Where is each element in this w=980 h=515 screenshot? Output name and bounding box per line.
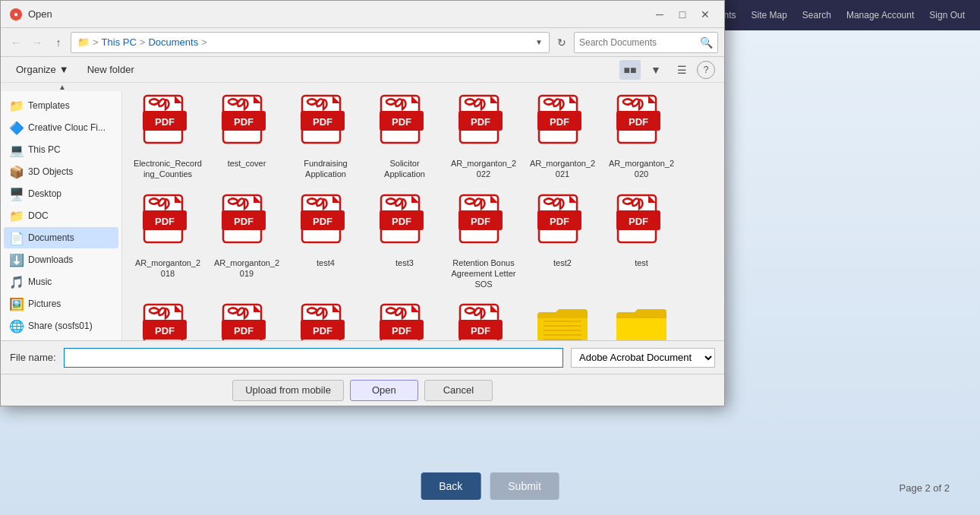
toolbar: Organize ▼ New folder ■■ ▼ ☰ ? bbox=[1, 57, 724, 83]
file-item-ar-2020[interactable]: PDF AR_morganton_2020 bbox=[603, 89, 679, 185]
file-item-folder-2[interactable] bbox=[603, 298, 679, 340]
search-box: 🔍 bbox=[574, 32, 718, 53]
up-nav-button[interactable]: ↑ bbox=[49, 33, 68, 52]
close-button[interactable]: ✕ bbox=[695, 6, 715, 23]
nav-sitemap[interactable]: Site Map bbox=[752, 10, 787, 21]
file-item-ar-2022[interactable]: PDF AR_morganton_2022 bbox=[446, 89, 522, 185]
file-item-solicitor-app[interactable]: PDF Solicitor Application bbox=[367, 89, 443, 185]
sidebar-item-templates[interactable]: 📁Templates bbox=[4, 95, 118, 116]
file-item-test2[interactable]: PDF test2 bbox=[525, 188, 600, 295]
file-item-ar-2019[interactable]: PDF AR_morganton_2019 bbox=[209, 188, 285, 295]
file-icon-ar-2018: PDF bbox=[143, 194, 193, 254]
file-icon-file-r3-2: PDF bbox=[222, 303, 272, 340]
svg-text:PDF: PDF bbox=[550, 116, 569, 128]
search-input[interactable] bbox=[579, 37, 700, 48]
sidebar-item-pictures[interactable]: 🖼️Pictures bbox=[4, 293, 118, 314]
window-controls: ─ □ ✕ bbox=[650, 6, 715, 23]
sidebar-icon-templates: 📁 bbox=[10, 99, 24, 112]
sidebar-icon-this-pc: 💻 bbox=[10, 143, 24, 156]
page-action-buttons: Back Submit bbox=[421, 472, 559, 500]
maximize-button[interactable]: □ bbox=[673, 6, 692, 23]
file-item-file-r3-2[interactable]: PDF bbox=[209, 298, 285, 340]
file-item-file-r3-5[interactable]: PDF bbox=[446, 298, 522, 340]
file-item-folder-1[interactable] bbox=[525, 298, 600, 340]
organize-button[interactable]: Organize ▼ bbox=[10, 62, 75, 77]
file-item-retention-bonus[interactable]: PDF Retention Bonus Agreement Letter SOS bbox=[446, 188, 522, 295]
sidebar-item-downloads[interactable]: ⬇️Downloads bbox=[4, 249, 118, 270]
breadcrumb-documents[interactable]: Documents bbox=[148, 36, 198, 48]
view-details-btn[interactable]: ☰ bbox=[671, 60, 692, 80]
view-dropdown-btn[interactable]: ▼ bbox=[645, 60, 666, 80]
file-item-ar-2021[interactable]: PDF AR_morganton_2021 bbox=[525, 89, 600, 185]
nav-signout[interactable]: Sign Out bbox=[929, 10, 965, 21]
file-item-fundraising-app[interactable]: PDF Fundraising Application bbox=[288, 89, 364, 185]
file-name-input[interactable] bbox=[64, 348, 563, 368]
sidebar-item-creative-cloud[interactable]: 🔷Creative Clouc Fi... bbox=[4, 117, 118, 138]
sidebar-item-doc[interactable]: 📁DOC bbox=[4, 205, 118, 226]
sidebar-scroll-up-btn[interactable]: ▲ bbox=[1, 83, 124, 91]
svg-text:PDF: PDF bbox=[629, 116, 648, 128]
breadcrumb-dropdown-btn[interactable]: ▼ bbox=[535, 38, 543, 46]
sidebar-item-desktop[interactable]: 🖥️Desktop bbox=[4, 183, 118, 204]
main-content: ▲ 📁Templates🔷Creative Clouc Fi...💻This P… bbox=[1, 83, 724, 340]
action-bar: Upload from mobile Open Cancel bbox=[1, 374, 724, 406]
file-item-test[interactable]: PDF test bbox=[603, 188, 679, 295]
file-name-bar: File name: Adobe Acrobat Document All Fi… bbox=[1, 340, 724, 374]
sidebar-label-templates: Templates bbox=[28, 100, 70, 111]
file-item-test4[interactable]: PDF test4 bbox=[288, 188, 364, 295]
file-label-fundraising-app: Fundraising Application bbox=[291, 158, 360, 180]
open-button[interactable]: Open bbox=[350, 380, 418, 401]
sidebar-label-desktop: Desktop bbox=[28, 188, 61, 199]
file-label-test-cover: test_cover bbox=[228, 158, 266, 169]
file-label-test4: test4 bbox=[317, 258, 335, 268]
sidebar-icon-doc: 📁 bbox=[10, 209, 24, 223]
file-label-test: test bbox=[635, 258, 648, 268]
file-grid: PDF Electronic_Recording_Counties PDF te… bbox=[124, 83, 724, 340]
file-icon-test4: PDF bbox=[301, 194, 351, 254]
breadcrumb-this-pc[interactable]: This PC bbox=[102, 36, 137, 48]
svg-text:PDF: PDF bbox=[313, 216, 332, 227]
minimize-button[interactable]: ─ bbox=[650, 6, 670, 23]
file-item-file-r3-3[interactable]: PDF bbox=[288, 298, 364, 340]
sidebar-item-documents[interactable]: 📄Documents bbox=[4, 227, 118, 248]
view-large-icons-btn[interactable]: ■■ bbox=[619, 60, 641, 80]
organize-label: Organize bbox=[16, 64, 56, 75]
file-label-ar-2018: AR_morganton_2018 bbox=[134, 258, 202, 280]
sidebar-item-music[interactable]: 🎵Music bbox=[4, 271, 118, 292]
file-item-file-r3-4[interactable]: PDF bbox=[367, 298, 443, 340]
file-icon-folder-1 bbox=[536, 303, 589, 340]
file-item-test-cover[interactable]: PDF test_cover bbox=[209, 89, 285, 185]
file-item-test3[interactable]: PDF test3 bbox=[367, 188, 443, 295]
svg-text:PDF: PDF bbox=[392, 325, 411, 336]
submit-button[interactable]: Submit bbox=[490, 472, 559, 500]
file-item-ar-2018[interactable]: PDF AR_morganton_2018 bbox=[130, 188, 206, 295]
sidebar-icon-pictures: 🖼️ bbox=[10, 297, 24, 311]
file-icon-file-r3-1: PDF bbox=[143, 303, 193, 340]
forward-nav-button[interactable]: → bbox=[28, 33, 46, 52]
search-icon[interactable]: 🔍 bbox=[700, 36, 713, 49]
upload-mobile-button[interactable]: Upload from mobile bbox=[232, 380, 344, 401]
file-item-electronic-recording[interactable]: PDF Electronic_Recording_Counties bbox=[130, 89, 206, 185]
file-type-select[interactable]: Adobe Acrobat Document All Files bbox=[571, 348, 715, 368]
back-nav-button[interactable]: ← bbox=[7, 33, 25, 52]
title-bar: ● Open ─ □ ✕ bbox=[1, 1, 724, 28]
sidebar-item-share[interactable]: 🌐Share (sosfs01) bbox=[4, 315, 118, 336]
svg-text:PDF: PDF bbox=[313, 116, 332, 128]
dialog-title: Open bbox=[28, 8, 650, 20]
back-button[interactable]: Back bbox=[421, 472, 481, 500]
svg-text:PDF: PDF bbox=[629, 216, 648, 227]
file-icon-file-r3-5: PDF bbox=[458, 303, 509, 340]
dialog-icon: ● bbox=[10, 8, 22, 21]
file-name-label: File name: bbox=[10, 352, 56, 363]
sidebar-item-this-pc[interactable]: 💻This PC bbox=[4, 139, 118, 160]
refresh-button[interactable]: ↻ bbox=[553, 33, 571, 52]
sidebar-label-doc: DOC bbox=[28, 210, 49, 221]
cancel-button[interactable]: Cancel bbox=[424, 380, 493, 401]
nav-manage[interactable]: Manage Account bbox=[846, 10, 914, 21]
file-item-file-r3-1[interactable]: PDF bbox=[130, 298, 206, 340]
file-icon-test-cover: PDF bbox=[222, 94, 272, 155]
nav-search[interactable]: Search bbox=[802, 10, 831, 21]
help-button[interactable]: ? bbox=[697, 61, 715, 79]
sidebar-item-3d-objects[interactable]: 📦3D Objects bbox=[4, 161, 118, 182]
new-folder-button[interactable]: New folder bbox=[81, 62, 140, 77]
